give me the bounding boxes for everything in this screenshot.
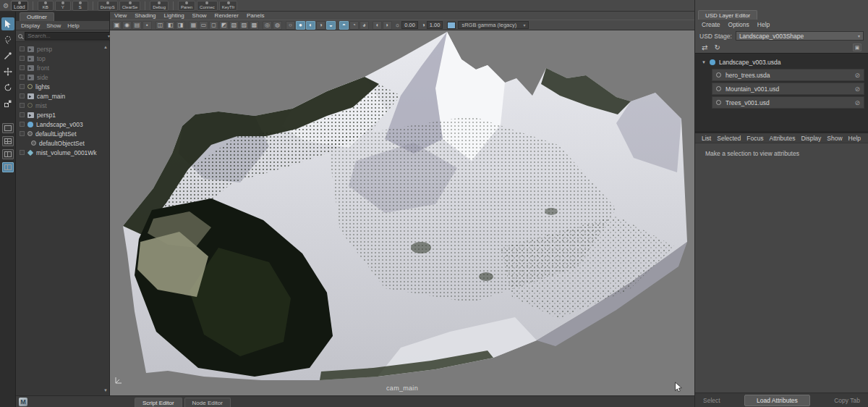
- select-camera-icon[interactable]: ▣: [112, 21, 122, 30]
- isolate-select-icon[interactable]: ◗: [383, 21, 392, 30]
- frame-selection-icon[interactable]: ◍: [273, 21, 282, 30]
- visibility-toggle[interactable]: [20, 65, 25, 70]
- expand-arrow-icon[interactable]: ▼: [702, 60, 706, 64]
- usd-sublayer-row[interactable]: Mountain_v001.usd ⊘: [712, 83, 864, 95]
- viewport-menu-item[interactable]: Shading: [135, 12, 156, 19]
- image-plane-icon[interactable]: ◫: [156, 21, 165, 30]
- shaded-icon[interactable]: ●: [296, 21, 305, 30]
- scale-tool[interactable]: [1, 97, 14, 110]
- shelf-button[interactable]: Debug: [150, 1, 169, 11]
- mute-layer-icon[interactable]: ▣: [853, 43, 861, 51]
- outliner-item[interactable]: mist: [16, 101, 109, 110]
- attribute-editor-menu-item[interactable]: Focus: [746, 135, 763, 142]
- grease-pencil-icon[interactable]: ◨: [176, 21, 185, 30]
- attribute-editor-button[interactable]: Load Attributes: [744, 395, 810, 406]
- shelf-button[interactable]: Y: [55, 1, 71, 11]
- frame-all-icon[interactable]: ◎: [263, 21, 272, 30]
- shelf-load-button[interactable]: Load: [11, 1, 28, 11]
- usd-layer-editor-tab[interactable]: USD Layer Editor: [698, 10, 757, 20]
- attribute-editor-menu-item[interactable]: Help: [848, 135, 861, 142]
- scroll-up-arrow[interactable]: ▲: [103, 45, 108, 49]
- outliner-item[interactable]: persp1: [16, 110, 109, 119]
- custom-pane-layout-button[interactable]: [2, 162, 14, 172]
- visibility-toggle[interactable]: [20, 75, 25, 80]
- edit-target-radio[interactable]: [716, 100, 721, 105]
- attribute-editor-button[interactable]: Select: [703, 397, 720, 404]
- shelf-button[interactable]: Paren: [178, 1, 195, 11]
- outliner-item[interactable]: persp: [16, 44, 109, 54]
- rotate-tool[interactable]: [1, 81, 14, 94]
- scroll-down-arrow[interactable]: ▼: [103, 388, 108, 393]
- outliner-item[interactable]: top: [16, 54, 109, 63]
- bottom-panel-tab[interactable]: Script Editor: [135, 398, 182, 407]
- outliner-menu-item[interactable]: Show: [46, 22, 61, 29]
- shelf-button[interactable]: S: [72, 1, 88, 11]
- visibility-toggle[interactable]: [20, 93, 25, 98]
- move-tool[interactable]: [1, 65, 14, 78]
- gate-mask-icon[interactable]: ◩: [219, 21, 229, 30]
- visibility-toggle[interactable]: [20, 103, 25, 108]
- attribute-editor-menu-item[interactable]: List: [702, 135, 711, 142]
- outliner-item[interactable]: front: [16, 63, 109, 72]
- visibility-toggle[interactable]: [20, 112, 25, 117]
- transfer-content-icon[interactable]: ⇄: [702, 43, 707, 51]
- usd-sublayer-row[interactable]: Trees_v001.usd ⊘: [712, 96, 864, 109]
- lock-camera-icon[interactable]: ◉: [122, 21, 132, 30]
- lasso-select-tool[interactable]: [1, 33, 14, 46]
- attribute-editor-menu-item[interactable]: Display: [801, 135, 821, 142]
- outliner-item[interactable]: Landscape_v003: [16, 119, 109, 129]
- paint-select-tool[interactable]: [1, 49, 14, 62]
- visibility-toggle[interactable]: [20, 150, 25, 155]
- viewport-menu-item[interactable]: Panels: [247, 12, 264, 19]
- outliner-menu-item[interactable]: Help: [67, 22, 79, 29]
- wireframe-icon[interactable]: ○: [286, 21, 295, 30]
- motion-blur-icon[interactable]: ◔: [349, 21, 359, 30]
- film-gate-icon[interactable]: ▭: [199, 21, 208, 30]
- viewport-menu-item[interactable]: Show: [192, 12, 207, 19]
- split-pane-layout-button[interactable]: [2, 149, 14, 159]
- xray-icon[interactable]: ◖: [373, 21, 382, 30]
- safe-action-icon[interactable]: ▨: [239, 21, 249, 30]
- reload-stage-icon[interactable]: ↻: [714, 43, 720, 51]
- outliner-tab[interactable]: Outliner: [20, 12, 54, 21]
- resolution-gate-icon[interactable]: ◻: [209, 21, 218, 30]
- lights-icon[interactable]: ◑: [316, 21, 326, 30]
- usd-stage-dropdown[interactable]: Landscape_v003Shape ▾: [736, 31, 864, 41]
- usd-sublayer-row[interactable]: hero_trees.usda ⊘: [712, 69, 864, 81]
- outliner-item[interactable]: mist_volume_0001Wk: [16, 148, 109, 157]
- visibility-toggle[interactable]: [20, 122, 25, 127]
- attribute-editor-menu-item[interactable]: Selected: [717, 135, 741, 142]
- screen-space-ao-icon[interactable]: ◓: [339, 21, 349, 30]
- gamma-value[interactable]: 1.00: [427, 21, 443, 29]
- grid-icon[interactable]: ▦: [189, 21, 198, 30]
- edit-target-radio[interactable]: [716, 86, 721, 91]
- camera-attributes-icon[interactable]: ▤: [132, 21, 142, 30]
- shelf-button[interactable]: KeyTfr: [219, 1, 238, 11]
- bookmarks-icon[interactable]: ▪: [142, 21, 152, 30]
- select-tool[interactable]: [1, 17, 14, 30]
- 2d-pan-zoom-icon[interactable]: ◧: [166, 21, 175, 30]
- visibility-toggle[interactable]: [20, 131, 25, 136]
- outliner-list[interactable]: persp top front: [16, 42, 109, 395]
- exposure-icon[interactable]: ☼: [395, 22, 400, 28]
- textured-icon[interactable]: ◐: [306, 21, 315, 30]
- usd-editor-menu-item[interactable]: Help: [757, 21, 770, 28]
- usd-editor-menu-item[interactable]: Options: [728, 21, 749, 28]
- view-transform-dropdown[interactable]: sRGB gamma (legacy) ▾: [458, 21, 529, 29]
- safe-title-icon[interactable]: ▩: [250, 21, 259, 30]
- bottom-panel-tab[interactable]: Node Editor: [184, 398, 231, 407]
- outliner-item[interactable]: defaultLightSet: [16, 129, 109, 138]
- viewport-menu-item[interactable]: View: [114, 12, 127, 19]
- viewport-menu-item[interactable]: Lighting: [164, 12, 184, 19]
- edit-target-radio[interactable]: [716, 72, 721, 77]
- outliner-search-field[interactable]: ▾: [25, 32, 113, 41]
- usd-editor-menu-item[interactable]: Create: [702, 21, 720, 28]
- gamma-icon[interactable]: ◑: [422, 22, 425, 28]
- outliner-item[interactable]: side: [16, 72, 109, 82]
- color-management-swatch[interactable]: [447, 22, 456, 29]
- outliner-item[interactable]: cam_main: [16, 91, 109, 101]
- outliner-item[interactable]: defaultObjectSet: [16, 138, 109, 148]
- shelf-button[interactable]: DumpS: [98, 1, 118, 11]
- attribute-editor-button[interactable]: Copy Tab: [834, 397, 860, 404]
- outliner-item[interactable]: lights: [16, 82, 109, 91]
